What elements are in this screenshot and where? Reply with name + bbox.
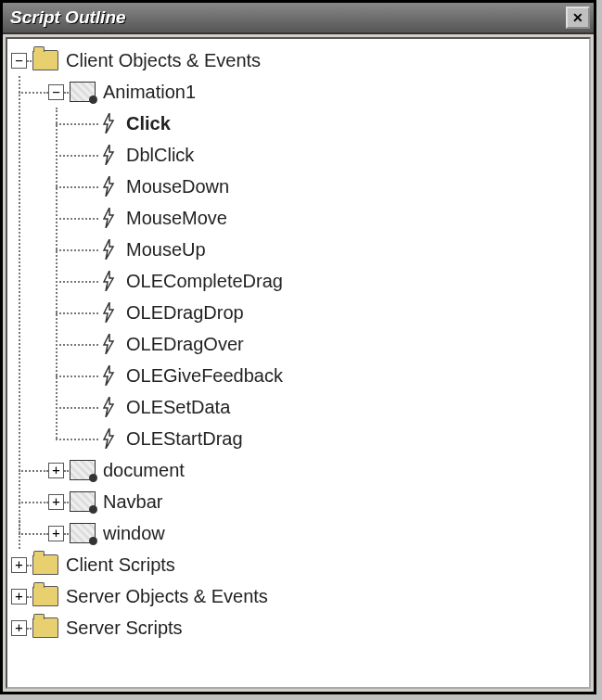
svg-marker-8 [104, 365, 113, 386]
tree-node-event-olestartdrag[interactable]: OLEStartDrag [11, 423, 585, 454]
tree-node-event-mousemove[interactable]: MouseMove [11, 202, 585, 234]
tree-node-event-dblclick[interactable]: DblClick [11, 139, 585, 171]
tree-node-event-oledragdrop[interactable]: OLEDragDrop [11, 297, 585, 328]
lightning-icon [100, 270, 117, 292]
expander-minus-icon[interactable]: − [11, 53, 27, 69]
tree-label: OLEStartDrag [126, 428, 243, 450]
tree-node-event-olesetdata[interactable]: OLESetData [11, 391, 585, 423]
object-icon [70, 491, 96, 512]
lightning-icon [100, 427, 117, 450]
object-icon [70, 523, 96, 543]
lightning-icon [100, 333, 117, 355]
expander-minus-icon[interactable]: − [48, 84, 64, 100]
tree-label: OLEDragOver [126, 334, 244, 355]
lightning-icon [100, 396, 117, 418]
tree-label: MouseDown [126, 176, 229, 197]
object-icon [70, 460, 96, 480]
lightning-icon [100, 112, 117, 134]
lightning-icon [100, 144, 117, 166]
lightning-icon [100, 364, 117, 387]
tree-node-window-object[interactable]: + window [11, 517, 585, 549]
tree-label: Animation1 [103, 82, 196, 103]
tree-node-client-objects-events[interactable]: − Client Objects & Events [11, 45, 585, 76]
svg-marker-5 [104, 271, 113, 291]
expander-plus-icon[interactable]: + [11, 589, 27, 605]
expander-plus-icon[interactable]: + [48, 494, 64, 510]
tree-label: MouseMove [126, 208, 227, 229]
svg-marker-2 [104, 176, 113, 197]
tree-label: Client Objects & Events [66, 50, 261, 71]
tree-node-server-scripts[interactable]: + Server Scripts [11, 612, 585, 643]
tree-view[interactable]: − Client Objects & Events − Animation1 [6, 37, 591, 689]
tree-node-client-scripts[interactable]: + Client Scripts [11, 549, 585, 580]
tree-node-event-oledragover[interactable]: OLEDragOver [11, 328, 585, 360]
svg-marker-7 [104, 334, 113, 354]
tree-node-event-mouseup[interactable]: MouseUp [11, 234, 585, 265]
titlebar: Script Outline ✕ [3, 3, 594, 34]
expander-plus-icon[interactable]: + [48, 526, 64, 541]
folder-icon [32, 554, 58, 575]
lightning-icon [100, 175, 117, 197]
tree-label: document [103, 460, 185, 481]
folder-icon [32, 586, 58, 606]
script-outline-window: Script Outline ✕ − Client Objects & Even… [0, 0, 596, 694]
tree-label: OLECompleteDrag [126, 271, 283, 292]
window-title: Script Outline [6, 7, 126, 28]
close-button[interactable]: ✕ [566, 6, 590, 29]
tree-label: Server Scripts [66, 617, 183, 639]
svg-marker-0 [104, 113, 113, 134]
tree-node-event-click[interactable]: Click [11, 108, 585, 139]
lightning-icon [100, 238, 117, 261]
tree-node-event-mousedown[interactable]: MouseDown [11, 171, 585, 202]
expander-plus-icon[interactable]: + [11, 557, 27, 573]
folder-icon [32, 50, 58, 70]
tree-label: Navbar [103, 491, 162, 513]
tree-label: MouseUp [126, 239, 206, 261]
expander-plus-icon[interactable]: + [11, 620, 27, 636]
lightning-icon [100, 207, 117, 229]
svg-marker-10 [104, 428, 113, 449]
tree-node-document[interactable]: + document [11, 454, 585, 486]
tree-label: DblClick [126, 145, 194, 166]
tree-label: Client Scripts [66, 554, 175, 576]
tree-label: OLEGiveFeedback [126, 365, 283, 387]
tree-node-event-olecompletedrag[interactable]: OLECompleteDrag [11, 265, 585, 297]
lightning-icon [100, 301, 117, 324]
tree-node-event-olegivefeedback[interactable]: OLEGiveFeedback [11, 360, 585, 391]
tree-label: OLESetData [126, 397, 230, 418]
svg-marker-1 [104, 145, 113, 165]
tree-node-navbar[interactable]: + Navbar [11, 486, 585, 517]
object-icon [70, 82, 96, 102]
tree-label: Server Objects & Events [66, 586, 268, 607]
tree-label: OLEDragDrop [126, 302, 244, 324]
expander-plus-icon[interactable]: + [48, 463, 64, 478]
svg-marker-6 [104, 302, 113, 323]
svg-marker-4 [104, 239, 113, 260]
tree-label: window [103, 523, 165, 544]
tree-node-server-objects-events[interactable]: + Server Objects & Events [11, 580, 585, 612]
folder-icon [32, 617, 58, 638]
close-icon: ✕ [572, 10, 583, 25]
svg-marker-9 [104, 397, 113, 417]
svg-marker-3 [104, 208, 113, 228]
tree-node-animation1[interactable]: − Animation1 [11, 76, 585, 108]
tree-label: Click [126, 113, 171, 134]
